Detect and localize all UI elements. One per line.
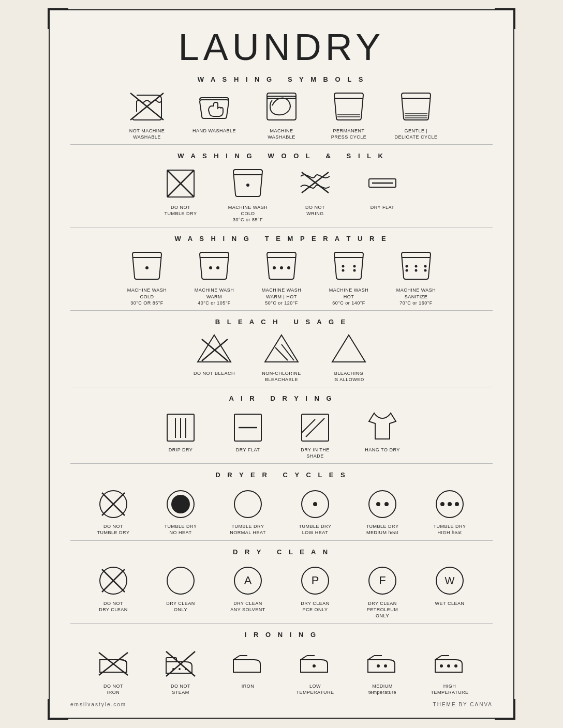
tumble-normal-icon: [227, 484, 269, 520]
wool-symbols-row: DO NOTTUMBLE DRY MACHINE WASHCOLD30°C or…: [70, 165, 493, 223]
no-wring-icon: [294, 165, 336, 201]
symbol-wash-5dot: MACHINE WASHSANITIZE70°C or 160°F: [388, 248, 445, 306]
wash-1dot-icon: [126, 248, 168, 284]
svg-marker-35: [332, 335, 365, 362]
wash-5dot-icon: [395, 248, 437, 284]
symbol-machine-wash: MACHINEWASHABLE: [253, 88, 310, 140]
dry-shade-icon: [294, 407, 336, 444]
footer-right: THEME BY CANVA: [433, 702, 493, 707]
svg-point-14: [209, 266, 212, 269]
svg-point-82: [313, 664, 316, 668]
no-tumble-wool-label: DO NOTTUMBLE DRY: [165, 204, 197, 217]
tumble-low-label: TUMBLE DRYLOW HEAT: [299, 523, 332, 536]
symbol-iron-high: HIGHTEMPERATURE: [421, 644, 478, 695]
wash-2dot-icon: [194, 248, 235, 284]
dry-flat-line-label: DRY FLAT: [371, 204, 395, 210]
iron-med-icon: [362, 644, 403, 680]
symbol-iron-low: LOWTEMPERATURE: [287, 644, 344, 695]
section-dryclean-title: D R Y C L E A N: [70, 548, 493, 556]
no-machine-wash-icon: [126, 88, 168, 125]
tumble-high-icon: [429, 484, 470, 520]
dry-flat-line-icon: [362, 165, 403, 201]
symbol-iron-med: MEDIUMtemperature: [354, 644, 411, 695]
no-iron-label: DO NOTIRON: [103, 683, 123, 695]
svg-line-43: [306, 418, 324, 437]
wash-5dot-label: MACHINE WASHSANITIZE70°C or 160°F: [396, 287, 436, 306]
tumble-no-heat-label: TUMBLE DRYNO HEAT: [165, 523, 197, 536]
symbol-no-wring: DO NOTWRING: [287, 165, 344, 223]
svg-point-89: [454, 664, 457, 668]
svg-point-25: [415, 265, 418, 268]
symbol-tumble-high: TUMBLE DRYHIGH heat: [421, 484, 478, 536]
symbol-tumble-medium: TUMBLE DRYMEDIUM heat: [354, 484, 411, 536]
section-washing-title: W A S H I N G S Y M B O L S: [70, 75, 493, 83]
symbol-wash-3dot: MACHINE WASHWARM | HOT50°C or 120°F: [253, 248, 310, 306]
svg-text:W: W: [445, 575, 455, 586]
svg-point-87: [440, 664, 443, 668]
wash-3dot-label: MACHINE WASHWARM | HOT50°C or 120°F: [262, 287, 302, 306]
svg-point-17: [280, 266, 283, 269]
svg-point-53: [369, 491, 396, 518]
svg-point-21: [353, 265, 356, 268]
no-wring-label: DO NOTWRING: [305, 204, 325, 217]
symbol-perm-press: PERMANENTPRESS CYCLE: [320, 88, 377, 140]
symbol-bleach-allowed: BLEACHINGIS ALLOWED: [320, 331, 377, 383]
svg-point-57: [440, 502, 445, 506]
dry-clean-f-icon: F: [362, 561, 403, 597]
symbol-no-bleach: DO NOT BLEACH: [186, 331, 243, 383]
symbol-wet-clean: W WET CLEAN: [421, 561, 478, 619]
tumble-medium-icon: [362, 484, 403, 520]
symbol-hand-wash: HAND WASHABLE: [186, 88, 243, 140]
dry-clean-f-label: DRY CLEANPETROLEUMONLY: [367, 600, 398, 619]
no-tumble-icon: [93, 484, 134, 520]
symbol-dry-clean-f: F DRY CLEANPETROLEUMONLY: [354, 561, 411, 619]
symbol-tumble-normal: TUMBLE DRYNORMAL HEAT: [219, 484, 276, 536]
bleach-allowed-icon: [328, 331, 369, 367]
tumble-medium-label: TUMBLE DRYMEDIUM heat: [366, 523, 399, 536]
svg-point-58: [448, 502, 452, 506]
svg-text:P: P: [312, 574, 319, 587]
page-title: LAUNDRY: [70, 26, 493, 68]
symbol-no-steam: DO NOTSTEAM: [152, 644, 209, 695]
dryclean-symbols-row: DO NOTDRY CLEAN DRY CLEANONLY A DRY CLEA…: [70, 561, 493, 619]
svg-point-28: [424, 269, 427, 272]
svg-text:A: A: [244, 574, 252, 587]
symbol-dry-clean-only: DRY CLEANONLY: [152, 561, 209, 619]
hang-dry-label: HANG TO DRY: [365, 447, 400, 453]
symbol-iron: IRON: [219, 644, 276, 695]
non-chlorine-icon: [261, 331, 302, 367]
hand-wash-icon: [194, 88, 235, 125]
svg-point-59: [455, 502, 459, 506]
dry-clean-a-icon: A: [227, 561, 269, 597]
symbol-dry-shade: DRY IN THESHADE: [287, 407, 344, 459]
no-bleach-icon: [194, 331, 235, 367]
no-steam-label: DO NOTSTEAM: [171, 683, 190, 695]
symbol-dry-clean-p: P DRY CLEANPCE ONLY: [287, 561, 344, 619]
ironing-symbols-row: DO NOTIRON DO NOTSTEAM: [70, 644, 493, 695]
perm-press-icon: [328, 88, 369, 125]
svg-point-23: [406, 265, 408, 268]
svg-line-44: [302, 419, 315, 433]
footer-left: emsilvastyle.com: [70, 702, 126, 707]
footer: emsilvastyle.com THEME BY CANVA: [70, 702, 493, 707]
wash-4dot-icon: [328, 248, 369, 284]
no-tumble-wool-icon: [160, 165, 201, 201]
corner-tr: [495, 8, 515, 29]
symbol-dry-flat: DRY FLAT: [219, 407, 276, 459]
dry-clean-a-label: DRY CLEANANY SOLVENT: [230, 600, 265, 613]
symbol-non-chlorine: NON-CHLORINEBLEACHABLE: [253, 331, 310, 383]
iron-label: IRON: [242, 683, 255, 689]
symbol-hang-dry: HANG TO DRY: [354, 407, 411, 459]
svg-point-55: [384, 502, 389, 506]
svg-point-8: [246, 184, 249, 187]
machine-wash-label: MACHINEWASHABLE: [268, 128, 295, 140]
corner-br: [495, 699, 515, 720]
no-bleach-label: DO NOT BLEACH: [194, 370, 235, 376]
dry-clean-only-label: DRY CLEANONLY: [166, 600, 195, 613]
iron-med-label: MEDIUMtemperature: [368, 683, 396, 695]
svg-point-26: [415, 269, 418, 272]
gentle-label: GENTLE |DELICATE CYCLE: [395, 128, 438, 140]
dry-clean-only-icon: [160, 561, 201, 597]
symbol-no-iron: DO NOTIRON: [85, 644, 142, 695]
air-symbols-row: DRIP DRY DRY FLAT DRY IN TH: [70, 407, 493, 459]
